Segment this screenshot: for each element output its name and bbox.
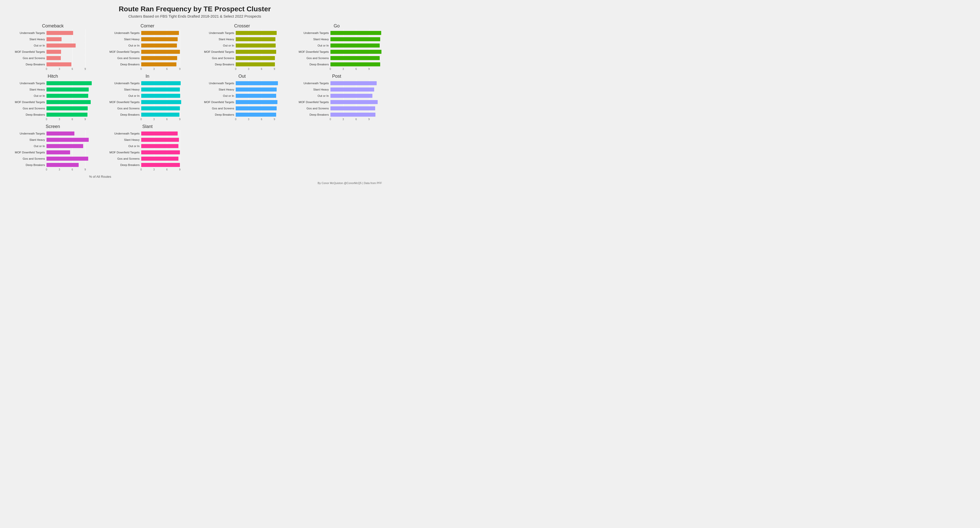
chart-title: In <box>102 74 193 79</box>
bar-area-wrapper <box>236 55 288 61</box>
bar-label: Underneath Targets <box>8 132 46 135</box>
bar <box>46 43 76 48</box>
bar-area-wrapper <box>46 37 98 42</box>
bar <box>46 81 92 85</box>
bar-label: Deep Breakers <box>197 113 236 116</box>
bar-area-wrapper <box>46 62 98 67</box>
axis-tick: 9 <box>274 118 275 121</box>
bar-row: Out or In <box>8 143 98 149</box>
bar-area-wrapper <box>236 37 288 42</box>
axis-tick: 0 <box>330 118 331 121</box>
axis-row: 0369 <box>102 168 193 172</box>
bar-row: Slant Heavy <box>291 87 382 92</box>
bar-area-wrapper <box>331 55 382 61</box>
bar-area-wrapper <box>236 49 288 54</box>
bar-area-wrapper <box>236 99 288 105</box>
bar-label: MOF Downfield Targets <box>8 100 46 104</box>
chart-title: Comeback <box>8 23 98 29</box>
bar-label: MOF Downfield Targets <box>291 100 331 104</box>
axis-row: 0369 <box>102 118 193 121</box>
bar-row: Deep Breakers <box>102 62 193 67</box>
bar-label: Slant Heavy <box>197 88 236 91</box>
bar-row: Deep Breakers <box>102 112 193 117</box>
bar-label: Gos and Screens <box>197 107 236 110</box>
chart-title: Go <box>291 23 382 29</box>
bar-label: Deep Breakers <box>8 63 46 66</box>
axis-tick: 3 <box>153 68 155 70</box>
bar-label: Slant Heavy <box>8 138 46 141</box>
axis-tick: 0 <box>235 68 237 70</box>
bar-row: Underneath Targets <box>102 80 193 86</box>
bar-row: Out or In <box>8 93 98 99</box>
axis-tick: 3 <box>248 68 250 70</box>
bar <box>236 50 276 54</box>
bar-area-wrapper <box>236 87 288 92</box>
bar-label: Out or In <box>102 94 141 97</box>
bar-area-wrapper <box>46 55 98 61</box>
bar-label: Slant Heavy <box>291 88 331 91</box>
bar-row: Gos and Screens <box>197 105 288 111</box>
bar-label: Gos and Screens <box>102 157 141 160</box>
bar <box>331 88 374 91</box>
bar <box>141 100 181 104</box>
bar-row: Underneath Targets <box>102 30 193 36</box>
bar-row: Slant Heavy <box>8 137 98 142</box>
axis-tick: 9 <box>84 68 86 70</box>
bar-area-wrapper <box>141 93 193 99</box>
axis-tick: 0 <box>46 168 47 171</box>
bar <box>46 144 83 148</box>
bar <box>46 131 75 136</box>
bar-row: Deep Breakers <box>291 62 382 67</box>
bar <box>46 106 88 110</box>
axis-tick: 9 <box>368 68 370 70</box>
axis-tick: 9 <box>179 68 181 70</box>
bar-area-wrapper <box>46 49 98 54</box>
bar-label: Slant Heavy <box>102 88 141 91</box>
axis-tick: 3 <box>59 118 60 121</box>
bar-label: Slant Heavy <box>197 38 236 41</box>
bar-label: Underneath Targets <box>291 32 331 34</box>
bar-label: Slant Heavy <box>102 138 141 141</box>
bar-label: Underneath Targets <box>291 82 331 85</box>
bar-area-wrapper <box>331 112 382 117</box>
bar-row: Out or In <box>102 93 193 99</box>
bar-row: MOF Downfield Targets <box>102 99 193 105</box>
bar-area-wrapper <box>46 137 98 142</box>
bar <box>141 56 177 60</box>
axis-tick: 9 <box>274 68 275 70</box>
bar-label: Deep Breakers <box>8 113 46 116</box>
bar-label: Out or In <box>291 44 331 47</box>
x-axis-label: % of All Routes <box>8 175 193 179</box>
axis-row: 0369 <box>197 68 288 71</box>
bar <box>46 94 88 98</box>
chart-title: Post <box>291 74 382 79</box>
bar-row: Slant Heavy <box>8 37 98 42</box>
bar-area-wrapper <box>46 93 98 99</box>
bar-row: MOF Downfield Targets <box>291 99 382 105</box>
bar-label: Slant Heavy <box>102 38 141 41</box>
bar-area-wrapper <box>236 105 288 111</box>
bar-area-wrapper <box>46 150 98 155</box>
axis-tick: 3 <box>342 118 344 121</box>
bar-row: Gos and Screens <box>291 55 382 61</box>
axis-tick: 9 <box>84 168 86 171</box>
bar-label: MOF Downfield Targets <box>8 151 46 154</box>
bar <box>46 113 88 116</box>
bar <box>331 106 375 110</box>
bar-label: Gos and Screens <box>197 57 236 60</box>
bar-row: Gos and Screens <box>102 156 193 161</box>
bar-label: Out or In <box>197 94 236 97</box>
bar-row: Underneath Targets <box>197 30 288 36</box>
bar-area-wrapper <box>141 150 193 155</box>
bar-label: MOF Downfield Targets <box>8 50 46 53</box>
bar-row: Slant Heavy <box>102 37 193 42</box>
axis-tick: 0 <box>140 68 142 70</box>
bar <box>141 37 178 41</box>
bar <box>331 50 382 54</box>
bar-label: Gos and Screens <box>291 57 331 60</box>
bar-label: Deep Breakers <box>8 163 46 166</box>
axis-row: 0369 <box>291 118 382 121</box>
bar-label: Gos and Screens <box>102 57 141 60</box>
bar-row: MOF Downfield Targets <box>291 49 382 54</box>
bar <box>331 100 378 104</box>
